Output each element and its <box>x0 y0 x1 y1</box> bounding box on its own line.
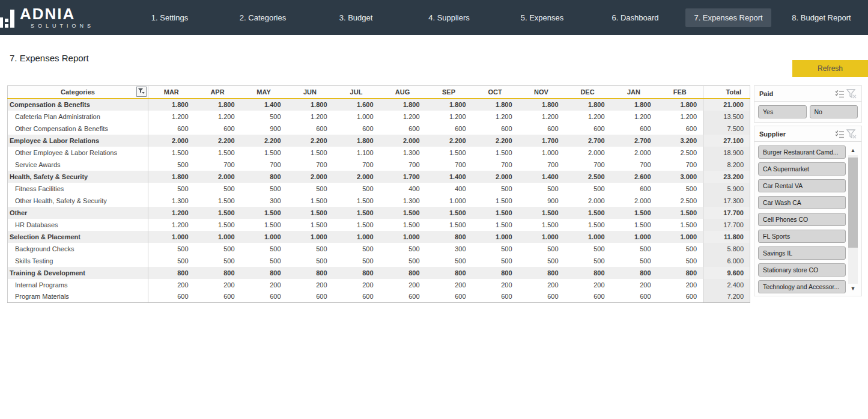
categories-header-label: Categories <box>61 88 95 96</box>
supplier-item[interactable]: Stationary store CO <box>758 263 846 277</box>
table-cell: 1.500 <box>380 219 426 231</box>
table-cell: 500 <box>472 243 518 255</box>
supplier-item[interactable]: Savings IL <box>758 246 846 260</box>
table-cell: 500 <box>148 255 195 267</box>
table-row: Program Materials60060060060060060060060… <box>8 291 750 303</box>
nav-tab-2[interactable]: 2. Categories <box>216 8 309 27</box>
table-cell: 1.500 <box>565 207 611 219</box>
nav-tab-4[interactable]: 4. Suppliers <box>402 8 496 27</box>
month-sep-column-header: SEP <box>426 86 472 99</box>
table-cell: 1.200 <box>657 111 703 123</box>
table-cell: 2.700 <box>611 135 657 147</box>
table-cell: 600 <box>657 291 703 303</box>
table-cell: 2.500 <box>657 147 703 159</box>
table-cell: 1.500 <box>333 207 380 219</box>
table-cell: 2.700 <box>565 135 611 147</box>
table-cell: 1.200 <box>148 207 195 219</box>
scroll-up-icon[interactable]: ▲ <box>848 145 858 155</box>
table-cell: 1.500 <box>287 219 333 231</box>
nav-tab-1[interactable]: 1. Settings <box>123 8 216 27</box>
paid-option-no[interactable]: No <box>810 105 858 118</box>
table-cell: 1.800 <box>287 99 333 111</box>
clear-filter-icon[interactable] <box>846 88 858 99</box>
paid-option-yes[interactable]: Yes <box>758 105 807 118</box>
total-cell: 17.700 <box>703 207 750 219</box>
multi-select-icon[interactable] <box>834 129 846 139</box>
table-cell: 700 <box>565 159 611 171</box>
table-cell: 500 <box>241 183 287 195</box>
table-cell: 1.500 <box>426 147 472 159</box>
table-cell: 1.700 <box>380 171 426 183</box>
nav-tab-label: 5. Expenses <box>512 8 572 27</box>
month-nov-column-header: NOV <box>518 86 565 99</box>
clear-filter-icon[interactable] <box>846 129 858 139</box>
table-cell: 500 <box>565 255 611 267</box>
table-cell: 600 <box>195 123 241 135</box>
refresh-button[interactable]: Refresh <box>792 60 868 77</box>
table-cell: 500 <box>518 243 565 255</box>
supplier-item[interactable]: Technology and Accessor... <box>758 280 846 293</box>
table-cell: 800 <box>657 267 703 279</box>
logo-name: ADNIA <box>20 6 94 22</box>
table-cell: 800 <box>287 267 333 279</box>
supplier-item[interactable]: Car Rental VA <box>758 179 846 192</box>
nav-tab-8[interactable]: 8. Budget Report <box>775 8 868 27</box>
multi-select-icon[interactable] <box>834 88 846 99</box>
table-cell: 600 <box>472 123 518 135</box>
table-cell: 500 <box>148 159 195 171</box>
table-row: Cafeteria Plan Administration1.2001.2005… <box>8 111 750 123</box>
supplier-item[interactable]: FL Sports <box>758 230 846 243</box>
table-cell: 500 <box>333 183 380 195</box>
table-cell: 500 <box>333 255 380 267</box>
table-cell: 500 <box>195 183 241 195</box>
categories-filter-icon[interactable] <box>136 87 147 97</box>
table-cell: 1.200 <box>287 111 333 123</box>
nav-tab-7[interactable]: 7. Expenses Report <box>682 8 775 27</box>
table-cell: 1.200 <box>148 219 195 231</box>
nav-tab-3[interactable]: 3. Budget <box>309 8 402 27</box>
expenses-pivot-table: CategoriesMARAPRMAYJUNJULAUGSEPOCTNOVDEC… <box>7 85 750 303</box>
total-cell: 7.200 <box>703 291 750 303</box>
table-cell: 700 <box>380 159 426 171</box>
table-cell: 500 <box>195 243 241 255</box>
table-row: Background Checks50050050050050050030050… <box>8 243 750 255</box>
table-cell: 200 <box>380 279 426 291</box>
supplier-scrollbar[interactable]: ▲ ▼ <box>848 145 858 293</box>
table-cell: 500 <box>472 255 518 267</box>
scroll-down-icon[interactable]: ▼ <box>848 284 858 293</box>
scrollbar-thumb[interactable] <box>848 158 858 248</box>
scrollbar-track[interactable] <box>848 248 858 284</box>
supplier-item[interactable]: Cell Phones CO <box>758 213 846 226</box>
table-cell: 2.000 <box>611 195 657 207</box>
table-row: Internal Programs20020020020020020020020… <box>8 279 750 291</box>
table-cell: 1.000 <box>565 231 611 243</box>
table-cell: 700 <box>518 159 565 171</box>
supplier-item[interactable]: Burger Restaurant Camd... <box>758 145 846 159</box>
table-cell: 500 <box>565 243 611 255</box>
table-cell: 500 <box>472 183 518 195</box>
table-cell: 2.000 <box>148 135 195 147</box>
table-cell: 1.000 <box>611 231 657 243</box>
table-cell: 600 <box>380 291 426 303</box>
table-cell: 1.200 <box>148 111 195 123</box>
supplier-item[interactable]: CA Supermarket <box>758 162 846 176</box>
table-cell: 900 <box>241 123 287 135</box>
table-cell: 300 <box>241 195 287 207</box>
page-title: 7. Expenses Report <box>10 53 89 63</box>
supplier-item[interactable]: Car Wash CA <box>758 196 846 209</box>
nav-tab-label: 4. Suppliers <box>420 8 478 27</box>
total-cell: 6.000 <box>703 255 750 267</box>
table-cell: 1.000 <box>472 231 518 243</box>
table-cell: 1.800 <box>472 99 518 111</box>
category-label: Other <box>8 207 148 219</box>
nav-tab-6[interactable]: 6. Dashboard <box>589 8 682 27</box>
total-cell: 9.600 <box>703 267 750 279</box>
table-cell: 1.800 <box>333 135 380 147</box>
supplier-slicer-title: Supplier <box>759 130 834 138</box>
table-cell: 2.000 <box>472 171 518 183</box>
table-cell: 1.000 <box>287 231 333 243</box>
table-cell: 1.000 <box>148 231 195 243</box>
month-jan-column-header: JAN <box>611 86 657 99</box>
table-cell: 1.200 <box>472 111 518 123</box>
nav-tab-5[interactable]: 5. Expenses <box>496 8 589 27</box>
